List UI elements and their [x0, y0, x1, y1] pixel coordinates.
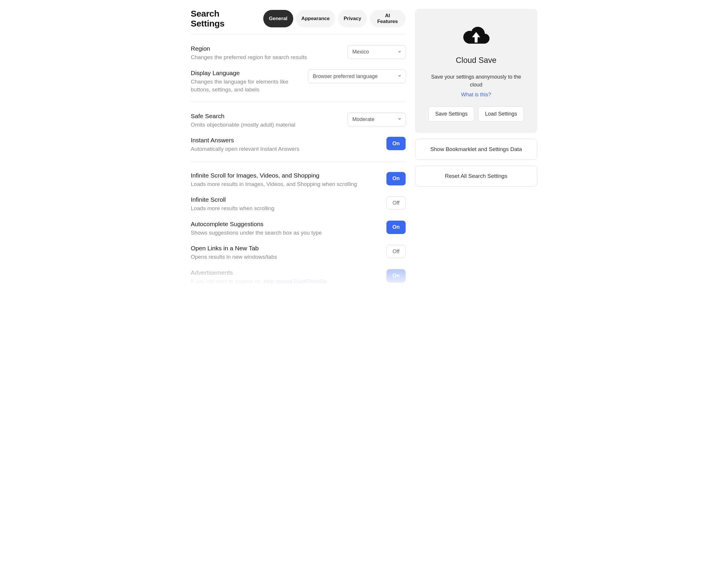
autocomplete-toggle[interactable]: On: [386, 221, 406, 234]
region-label: Region: [191, 45, 338, 52]
region-select[interactable]: Mexico: [347, 45, 406, 59]
safe-search-desc: Omits objectionable (mostly adult) mater…: [191, 121, 338, 129]
section-safesearch-instant: Safe Search Omits objectionable (mostly …: [191, 102, 406, 161]
advertisements-toggle[interactable]: On: [386, 269, 406, 282]
open-new-tab-toggle[interactable]: Off: [386, 245, 406, 258]
show-bookmarklet-button[interactable]: Show Bookmarklet and Settings Data: [415, 139, 537, 160]
instant-answers-desc: Automatically open relevant Instant Answ…: [191, 145, 377, 153]
page-title: Search Settings: [191, 9, 255, 29]
save-settings-button[interactable]: Save Settings: [428, 107, 474, 121]
infinite-scroll-label: Infinite Scroll: [191, 196, 377, 203]
section-misc: Infinite Scroll for Images, Videos, and …: [191, 161, 406, 294]
infinite-scroll-media-desc: Loads more results in Images, Videos, an…: [191, 180, 377, 188]
cloud-save-desc: Save your settings anonymously to the cl…: [426, 73, 526, 89]
tabs: General Appearance Privacy AI Features: [263, 10, 406, 27]
instant-answers-toggle[interactable]: On: [386, 137, 406, 150]
infinite-scroll-toggle[interactable]: Off: [386, 196, 406, 210]
region-desc: Changes the preferred region for search …: [191, 53, 338, 61]
tab-appearance[interactable]: Appearance: [296, 10, 335, 27]
advertisements-desc: If you still want to support us, help sp…: [191, 278, 377, 285]
help-spread-link[interactable]: help spread DuckDuckGo: [264, 278, 327, 284]
load-settings-button[interactable]: Load Settings: [478, 107, 524, 121]
infinite-scroll-desc: Loads more results when scrolling: [191, 204, 377, 213]
reset-all-settings-button[interactable]: Reset All Search Settings: [415, 166, 537, 187]
tab-privacy[interactable]: Privacy: [338, 10, 367, 27]
autocomplete-label: Autocomplete Suggestions: [191, 221, 377, 228]
display-language-label: Display Language: [191, 70, 298, 77]
open-new-tab-desc: Opens results in new windows/tabs: [191, 253, 377, 261]
cloud-save-card: Cloud Save Save your settings anonymousl…: [415, 9, 537, 133]
advertisements-desc-text: If you still want to support us,: [191, 278, 264, 284]
tab-general[interactable]: General: [263, 10, 293, 27]
advertisements-label: Advertisements: [191, 269, 377, 276]
section-region-language: Region Changes the preferred region for …: [191, 34, 406, 102]
cloud-save-what-is-this-link[interactable]: What is this?: [461, 92, 491, 98]
cloud-upload-icon: [426, 25, 526, 45]
infinite-scroll-media-label: Infinite Scroll for Images, Videos, and …: [191, 172, 377, 179]
display-language-select[interactable]: Browser preferred language: [308, 70, 406, 83]
autocomplete-desc: Shows suggestions under the search box a…: [191, 229, 377, 237]
safe-search-label: Safe Search: [191, 113, 338, 120]
open-new-tab-label: Open Links in a New Tab: [191, 245, 377, 252]
safe-search-select[interactable]: Moderate: [347, 113, 406, 126]
cloud-save-title: Cloud Save: [426, 56, 526, 65]
tab-ai-features[interactable]: AI Features: [370, 10, 406, 27]
display-language-desc: Changes the language for elements like b…: [191, 78, 298, 94]
instant-answers-label: Instant Answers: [191, 137, 377, 144]
infinite-scroll-media-toggle[interactable]: On: [386, 172, 406, 186]
